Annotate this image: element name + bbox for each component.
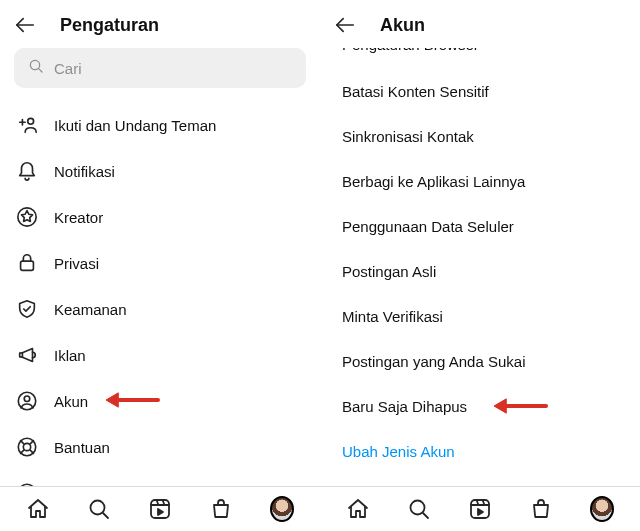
- settings-item-follow-invite[interactable]: Ikuti dan Undang Teman: [14, 102, 306, 148]
- lock-icon: [16, 252, 38, 274]
- account-item-recently-deleted[interactable]: Baru Saja Dihapus: [342, 384, 618, 429]
- creator-star-icon: [16, 206, 38, 228]
- settings-item-label: Akun: [54, 393, 88, 410]
- search-nav-icon[interactable]: [407, 497, 431, 521]
- reels-icon[interactable]: [148, 497, 172, 521]
- reels-icon[interactable]: [468, 497, 492, 521]
- account-item-label: Penggunaan Data Seluler: [342, 218, 514, 235]
- bottom-nav: [320, 486, 640, 531]
- settings-item-security[interactable]: Keamanan: [14, 286, 306, 332]
- info-icon: [16, 482, 38, 486]
- bottom-nav: [0, 486, 320, 531]
- svg-rect-10: [151, 500, 169, 518]
- account-pane: Akun Pengaturan Browser Batasi Konten Se…: [320, 0, 640, 531]
- account-scroll[interactable]: Pengaturan Browser Batasi Konten Sensiti…: [320, 48, 640, 486]
- settings-item-creator[interactable]: Kreator: [14, 194, 306, 240]
- account-item-browser-settings[interactable]: Pengaturan Browser: [342, 48, 618, 69]
- settings-title: Pengaturan: [60, 15, 159, 36]
- account-item-liked-posts[interactable]: Postingan yang Anda Sukai: [342, 339, 618, 384]
- account-item-original-posts[interactable]: Postingan Asli: [342, 249, 618, 294]
- search-nav-icon[interactable]: [87, 497, 111, 521]
- settings-list: Ikuti dan Undang Teman Notifikasi Kreato…: [0, 102, 320, 486]
- account-item-sensitive-content[interactable]: Batasi Konten Sensitif: [342, 69, 618, 114]
- settings-pane: Pengaturan Ikuti dan Undang Teman Notifi…: [0, 0, 320, 531]
- shield-check-icon: [16, 298, 38, 320]
- shop-icon[interactable]: [529, 497, 553, 521]
- svg-point-8: [18, 484, 35, 486]
- svg-rect-3: [21, 261, 34, 270]
- back-arrow-icon[interactable]: [334, 14, 356, 36]
- megaphone-icon: [16, 344, 38, 366]
- account-item-label: Ubah Jenis Akun: [342, 443, 455, 460]
- svg-point-5: [24, 396, 30, 402]
- settings-item-about[interactable]: Tentang: [14, 470, 306, 486]
- account-item-label: Berbagi ke Aplikasi Lainnya: [342, 173, 525, 190]
- back-arrow-icon[interactable]: [14, 14, 36, 36]
- settings-scroll[interactable]: Ikuti dan Undang Teman Notifikasi Kreato…: [0, 102, 320, 486]
- account-item-label: Postingan Asli: [342, 263, 436, 280]
- account-item-label: Minta Verifikasi: [342, 308, 443, 325]
- red-arrow-annotation: [104, 390, 160, 410]
- account-item-contact-sync[interactable]: Sinkronisasi Kontak: [342, 114, 618, 159]
- account-list: Pengaturan Browser Batasi Konten Sensiti…: [320, 48, 640, 486]
- account-item-request-verification[interactable]: Minta Verifikasi: [342, 294, 618, 339]
- account-item-share-other-apps[interactable]: Berbagi ke Aplikasi Lainnya: [342, 159, 618, 204]
- red-arrow-annotation: [492, 396, 548, 416]
- account-item-label: Sinkronisasi Kontak: [342, 128, 474, 145]
- search-icon: [28, 58, 44, 78]
- settings-item-label: Ikuti dan Undang Teman: [54, 117, 216, 134]
- profile-avatar[interactable]: [270, 497, 294, 521]
- account-item-label: Pengaturan Browser: [342, 48, 479, 53]
- account-title: Akun: [380, 15, 425, 36]
- settings-header: Pengaturan: [0, 0, 320, 48]
- avatar-image: [270, 496, 294, 522]
- account-item-label: Batasi Konten Sensitif: [342, 83, 489, 100]
- account-item-cellular-data[interactable]: Penggunaan Data Seluler: [342, 204, 618, 249]
- settings-item-label: Tentang: [54, 485, 107, 487]
- settings-item-privacy[interactable]: Privasi: [14, 240, 306, 286]
- account-item-label: Postingan yang Anda Sukai: [342, 353, 525, 370]
- account-item-change-account-type[interactable]: Ubah Jenis Akun: [342, 429, 618, 474]
- settings-item-label: Iklan: [54, 347, 86, 364]
- account-item-add-professional-account[interactable]: Tambahkan Akun Profesional Baru: [342, 474, 618, 486]
- svg-point-7: [23, 443, 30, 450]
- lifebuoy-icon: [16, 436, 38, 458]
- home-icon[interactable]: [346, 497, 370, 521]
- shop-icon[interactable]: [209, 497, 233, 521]
- account-header: Akun: [320, 0, 640, 48]
- search-input[interactable]: [54, 60, 292, 77]
- settings-item-account[interactable]: Akun: [14, 378, 306, 424]
- settings-item-label: Keamanan: [54, 301, 127, 318]
- account-item-label: Baru Saja Dihapus: [342, 398, 467, 415]
- svg-rect-12: [471, 500, 489, 518]
- settings-item-label: Notifikasi: [54, 163, 115, 180]
- settings-item-ads[interactable]: Iklan: [14, 332, 306, 378]
- avatar-image: [590, 496, 614, 522]
- account-circle-icon: [16, 390, 38, 412]
- settings-item-label: Privasi: [54, 255, 99, 272]
- svg-point-1: [28, 118, 34, 124]
- add-people-icon: [16, 114, 38, 136]
- bell-icon: [16, 160, 38, 182]
- settings-item-label: Kreator: [54, 209, 103, 226]
- settings-item-label: Bantuan: [54, 439, 110, 456]
- search-wrap: [0, 48, 320, 102]
- home-icon[interactable]: [26, 497, 50, 521]
- profile-avatar[interactable]: [590, 497, 614, 521]
- search-field[interactable]: [14, 48, 306, 88]
- settings-item-notifications[interactable]: Notifikasi: [14, 148, 306, 194]
- settings-item-help[interactable]: Bantuan: [14, 424, 306, 470]
